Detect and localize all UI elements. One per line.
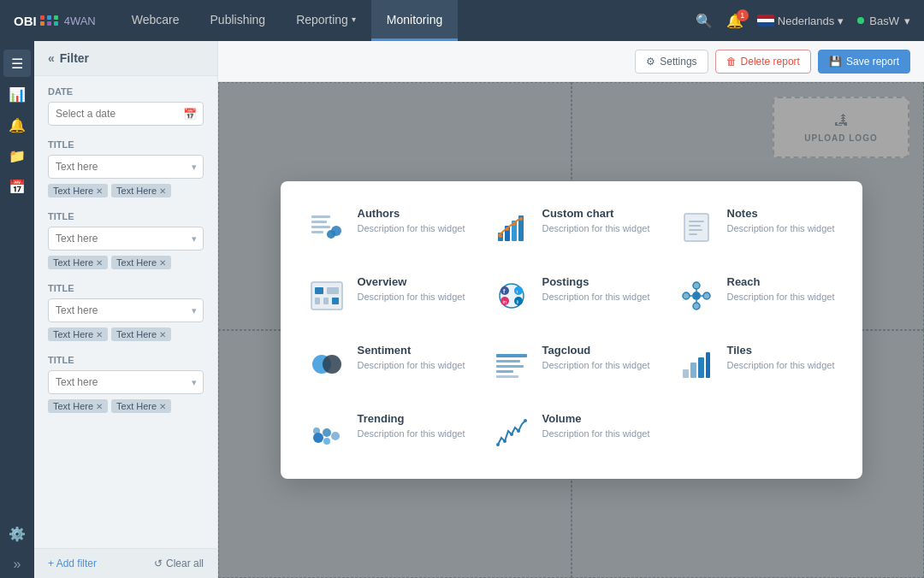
svg-point-62	[503, 439, 506, 443]
title-select-wrap-3: ▾	[48, 298, 204, 322]
sidebar-icon-calendar[interactable]: 📅	[3, 173, 31, 200]
delete-report-button[interactable]: 🗑 Delete report	[715, 50, 811, 74]
svg-point-12	[512, 222, 516, 226]
nav-reporting[interactable]: Reporting ▾	[281, 0, 371, 41]
language-selector[interactable]: Nederlands ▾	[757, 15, 844, 27]
clear-all-button[interactable]: ↺ Clear all	[154, 557, 204, 569]
reach-name: Reach	[727, 275, 835, 288]
tag-close-4-1[interactable]: ✕	[96, 402, 103, 411]
title-section-3: Title ▾ Text Here ✕ Text Here ✕	[48, 283, 204, 341]
overview-desc: Description for this widget	[358, 291, 465, 304]
tag-close-2-2[interactable]: ✕	[159, 258, 166, 268]
sidebar-icon-bell[interactable]: 🔔	[3, 111, 31, 139]
title-label-1: Title	[48, 139, 204, 150]
date-input[interactable]	[48, 102, 204, 126]
widget-notes[interactable]: Notes Description for this widget	[671, 202, 842, 253]
sentiment-name: Sentiment	[358, 344, 465, 357]
title-select-4[interactable]	[48, 370, 204, 394]
title-select-2[interactable]	[48, 227, 204, 251]
svg-point-59	[313, 428, 320, 434]
title-select-wrap-2: ▾	[48, 227, 204, 251]
add-filter-button[interactable]: + Add filter	[48, 557, 97, 569]
tags-row-2: Text Here ✕ Text Here ✕	[48, 256, 204, 269]
svg-rect-18	[689, 233, 697, 235]
widget-overview[interactable]: Overview Description for this widget	[301, 270, 472, 321]
svg-rect-3	[311, 231, 323, 233]
postings-info: Postings Description for this widget	[542, 275, 650, 304]
nav-monitoring[interactable]: Monitoring	[371, 0, 458, 41]
svg-point-28	[514, 286, 523, 295]
widget-authors[interactable]: Authors Description for this widget	[301, 202, 472, 253]
svg-rect-51	[496, 375, 518, 378]
sentiment-icon: 😊 😔	[306, 344, 347, 385]
custom-chart-name: Custom chart	[542, 207, 650, 220]
overview-name: Overview	[358, 275, 465, 288]
widget-reach[interactable]: Reach Description for this widget	[671, 270, 842, 321]
sidebar-icon-chart[interactable]: 📊	[3, 80, 31, 108]
select-arrow-3: ▾	[192, 305, 197, 316]
tag-4-1: Text Here ✕	[48, 399, 108, 413]
delete-label: Delete report	[741, 56, 800, 68]
svg-rect-2	[311, 226, 330, 228]
filter-title: Filter	[60, 51, 89, 65]
save-report-button[interactable]: 💾 Save report	[818, 50, 910, 74]
svg-point-13	[519, 217, 523, 221]
widget-volume[interactable]: Volume Description for this widget	[486, 407, 657, 458]
sidebar-icon-expand[interactable]: »	[3, 551, 31, 578]
nav-webcare[interactable]: Webcare	[116, 0, 195, 41]
tag-close-3-2[interactable]: ✕	[159, 330, 166, 339]
trending-icon	[306, 412, 347, 453]
reach-desc: Description for this widget	[727, 291, 835, 304]
tag-close-1-1[interactable]: ✕	[96, 186, 103, 196]
sidebar-icon-settings[interactable]: ⚙️	[3, 520, 31, 547]
title-select-1[interactable]	[48, 155, 204, 179]
authors-name: Authors	[358, 207, 465, 220]
svg-point-5	[327, 230, 335, 239]
search-icon[interactable]: 🔍	[696, 13, 713, 29]
widget-tiles[interactable]: Tiles Description for this widget	[671, 339, 842, 390]
settings-label: Settings	[660, 56, 696, 68]
tag-close-1-2[interactable]: ✕	[159, 186, 166, 196]
svg-point-36	[703, 292, 710, 299]
widget-postings[interactable]: f t in li Postings Description f	[486, 270, 657, 321]
clear-icon: ↺	[154, 557, 163, 569]
widget-sentiment[interactable]: 😊 😔 Sentiment Description for this widge…	[301, 339, 472, 390]
filter-footer: + Add filter ↺ Clear all	[34, 548, 217, 578]
title-select-wrap-1: ▾	[48, 155, 204, 179]
tag-close-2-1[interactable]: ✕	[96, 258, 103, 268]
tag-close-3-1[interactable]: ✕	[96, 330, 103, 339]
save-icon: 💾	[829, 56, 842, 68]
nav-publishing[interactable]: Publishing	[195, 0, 281, 41]
settings-button[interactable]: ⚙ Settings	[635, 50, 708, 74]
title-select-3[interactable]	[48, 298, 204, 322]
widget-custom-chart[interactable]: Custom chart Description for this widget	[486, 202, 657, 253]
svg-point-65	[524, 419, 527, 422]
overview-icon	[306, 275, 347, 316]
tag-close-4-2[interactable]: ✕	[159, 402, 166, 411]
svg-rect-19	[311, 282, 342, 310]
notes-icon	[676, 207, 717, 248]
sidebar-icon-folder[interactable]: 📁	[3, 142, 31, 169]
sidebar-icon-menu[interactable]: ☰	[3, 50, 31, 77]
overview-info: Overview Description for this widget	[358, 275, 465, 304]
tags-row-1: Text Here ✕ Text Here ✕	[48, 184, 204, 198]
custom-chart-icon	[491, 207, 532, 248]
content-area: ⚙ Settings 🗑 Delete report 💾 Save report…	[218, 41, 924, 578]
svg-point-11	[506, 227, 509, 231]
widget-trending[interactable]: Trending Description for this widget	[301, 407, 472, 458]
svg-rect-20	[315, 287, 323, 294]
svg-text:li: li	[516, 299, 518, 304]
trending-info: Trending Description for this widget	[358, 412, 465, 440]
tag-4-2: Text Here ✕	[111, 399, 171, 413]
widget-tagcloud[interactable]: Tagcloud Description for this widget	[486, 339, 657, 390]
logo: OBI 4WAN	[14, 14, 96, 28]
svg-rect-55	[706, 352, 710, 378]
title-label-3: Title	[48, 283, 204, 293]
postings-icon: f t in li	[491, 275, 532, 316]
main-layout: ☰ 📊 🔔 📁 📅 ⚙️ » « Filter Date 📅 Title	[0, 41, 924, 578]
user-menu[interactable]: BasW ▾	[857, 15, 910, 27]
modal-overlay[interactable]: Authors Description for this widget	[218, 82, 924, 578]
notification-icon[interactable]: 🔔 1	[726, 13, 743, 29]
logo-suffix: 4WAN	[64, 15, 96, 27]
svg-rect-16	[689, 225, 701, 227]
